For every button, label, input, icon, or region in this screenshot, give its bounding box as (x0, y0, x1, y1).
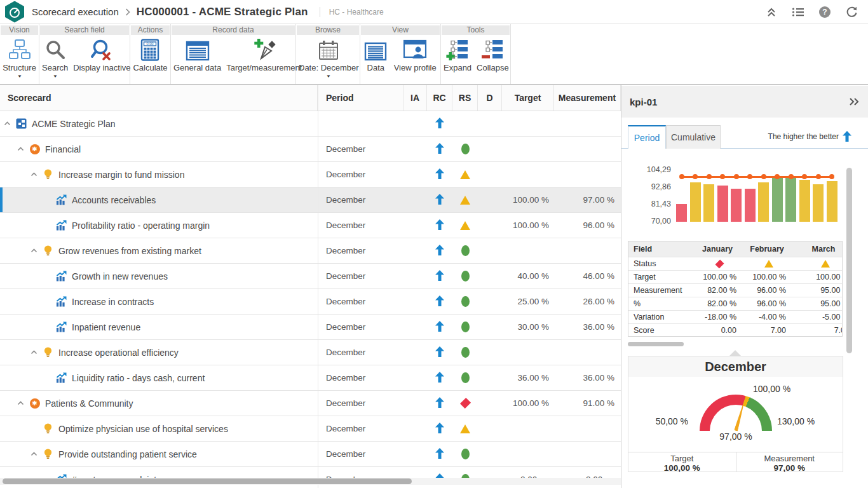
row-label: Increase margin to fund mission (58, 170, 184, 180)
field-table-scrollbar-thumb[interactable] (628, 342, 684, 346)
collapse-caret-icon[interactable] (31, 248, 43, 253)
target-point (720, 174, 725, 179)
column-header-target[interactable]: Target (502, 85, 554, 111)
bar-april[interactable] (717, 186, 728, 222)
panel-vertical-scrollbar-thumb[interactable] (846, 168, 852, 353)
table-row[interactable]: Profitability ratio - operating marginDe… (0, 213, 621, 238)
help-icon[interactable]: ? (818, 6, 831, 18)
table-row[interactable]: Accounts receivablesDecember100.00 %97.0… (0, 187, 621, 213)
general-data-button[interactable]: General data (171, 37, 224, 72)
collapse-caret-icon[interactable] (4, 121, 16, 126)
table-row[interactable]: Increase in contractsDecember25.00 %26.0… (0, 289, 621, 315)
target-cell (502, 162, 554, 187)
bar-june[interactable] (745, 189, 756, 222)
bar-february[interactable] (690, 182, 701, 222)
bar-january[interactable] (676, 204, 687, 222)
bar-july[interactable] (758, 182, 769, 222)
collapse-caret-icon[interactable] (17, 401, 29, 405)
dropdown-caret-icon: ▼ (52, 74, 57, 78)
kpi-detail-panel: kpi-01 Period Cumulative The higher the … (621, 85, 868, 488)
collapse-button[interactable]: Collapse (474, 37, 512, 72)
table-row[interactable]: ✱FinancialDecember (0, 137, 621, 162)
collapse-toolbar-icon[interactable] (765, 6, 778, 18)
grid-horizontal-scrollbar-thumb[interactable] (3, 478, 412, 484)
collapse-caret-icon[interactable] (31, 350, 43, 355)
target-point (789, 174, 794, 179)
row-label: Increase in contracts (72, 297, 154, 307)
table-row[interactable]: Grow revenues from existing marketDecemb… (0, 238, 621, 264)
search-button[interactable]: Search▼ (39, 37, 71, 78)
structure-button[interactable]: Structure▼ (0, 37, 39, 78)
collapse-caret-icon[interactable] (31, 172, 43, 177)
table-row[interactable]: Liquidity ratio - days cash, currentDece… (0, 365, 621, 391)
collapse-caret-icon[interactable] (31, 452, 43, 456)
bar-may[interactable] (731, 189, 742, 222)
value-cell: 95.00 % (794, 299, 843, 308)
table-row[interactable]: Inpatient revenueDecember30.00 %36.00 % (0, 315, 621, 340)
bar-march[interactable] (703, 184, 714, 222)
gauge-footer-measurement-value: 97,00 % (736, 463, 843, 473)
table-row[interactable]: Increase margin to fund missionDecember (0, 162, 621, 187)
table-row[interactable]: Growth in new revenuesDecember40.00 %46.… (0, 264, 621, 289)
column-header-rc[interactable]: RC (427, 85, 452, 111)
table-row[interactable]: Optimize physician use of hospital servi… (0, 416, 621, 442)
table-row[interactable]: ACME Strategic Plan (0, 111, 621, 137)
structure-icon (8, 37, 31, 61)
row-label: Patients & Community (45, 398, 133, 409)
bar-september[interactable] (785, 177, 796, 222)
bar-august[interactable] (772, 177, 783, 222)
triangle-icon (821, 260, 830, 268)
tab-cumulative[interactable]: Cumulative (666, 125, 721, 149)
table-row[interactable]: Provide outstanding patient serviceDecem… (0, 442, 621, 467)
breadcrumb[interactable]: Scorecard execution (32, 6, 119, 17)
period-cell: December (318, 340, 403, 365)
rc-cell (427, 187, 452, 212)
tab-period[interactable]: Period (628, 125, 666, 149)
column-header-period[interactable]: Period (318, 85, 403, 111)
rc-cell (427, 137, 452, 161)
objective-icon (43, 347, 53, 358)
value-cell: 100.00 % (695, 273, 744, 281)
rs-cell (452, 137, 478, 161)
rc-cell (427, 315, 452, 339)
data-button[interactable]: Data (362, 37, 390, 72)
column-header-measurement[interactable]: Measurement (554, 85, 621, 111)
table-row[interactable]: ✱Patients & CommunityDecember100.00 %91.… (0, 391, 621, 416)
column-header-rs[interactable]: RS (452, 85, 478, 111)
bar-october[interactable] (799, 180, 810, 222)
d-cell (478, 137, 502, 161)
expand-icon (446, 37, 469, 61)
green-circle-icon (461, 144, 470, 154)
value-cell: -4.00 % (744, 313, 794, 322)
collapse-panel-icon[interactable] (848, 97, 860, 106)
column-header-d[interactable]: D (478, 85, 502, 111)
value-cell: 0.00 (695, 326, 744, 335)
rc-cell (427, 162, 452, 187)
target-measurement-button[interactable]: Target/measurement (224, 37, 304, 72)
list-icon[interactable] (792, 6, 804, 18)
bar-december[interactable] (827, 181, 837, 222)
period-cell (318, 111, 403, 136)
expand-button[interactable]: Expand (441, 37, 474, 72)
kpi-icon (56, 372, 67, 383)
rs-cell (452, 442, 478, 466)
column-header-scorecard[interactable]: Scorecard (0, 85, 318, 111)
column-header-ia[interactable]: IA (403, 85, 427, 111)
perspective-icon: ✱ (29, 398, 40, 409)
kpi-icon (56, 296, 67, 307)
direction-note-text: The higher the better (768, 132, 839, 141)
period-cell: December (318, 416, 403, 441)
value-cell: 95.00 % (794, 286, 843, 295)
collapse-caret-icon[interactable] (17, 147, 29, 151)
yellow-triangle-icon (460, 170, 470, 179)
view-profile-button[interactable]: View profile (391, 37, 439, 72)
trend-up-icon (435, 219, 444, 232)
refresh-icon[interactable] (845, 6, 858, 18)
bar-november[interactable] (813, 184, 824, 222)
display-inactive-button[interactable]: Display inactive (71, 37, 133, 72)
dropdown-caret-icon: ▼ (326, 74, 331, 78)
date-december-button[interactable]: Date: December▼ (296, 37, 362, 78)
calculate-button[interactable]: 0,00Calculate (130, 37, 170, 72)
target-cell: 36.00 % (502, 365, 554, 390)
table-row[interactable]: Increase operational efficiencyDecember (0, 340, 621, 365)
